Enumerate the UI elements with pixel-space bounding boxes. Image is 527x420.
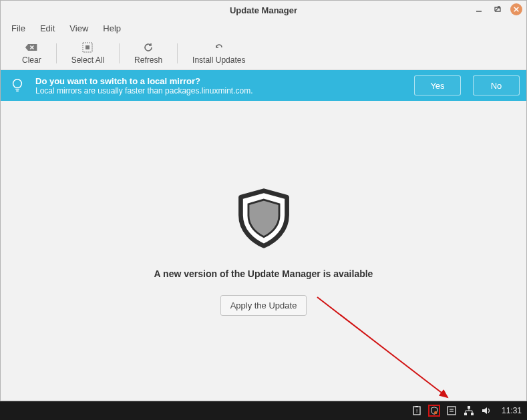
menu-help[interactable]: Help (96, 21, 128, 35)
tray-notifications-icon[interactable] (446, 405, 458, 417)
clear-icon (25, 41, 38, 53)
install-updates-button[interactable]: Install Updates (180, 40, 257, 66)
titlebar: Update Manager (1, 1, 526, 19)
svg-point-14 (434, 411, 437, 415)
svg-rect-12 (415, 406, 418, 407)
apply-update-button[interactable]: Apply the Update (220, 295, 307, 316)
minimize-button[interactable] (473, 3, 485, 15)
lightbulb-icon (7, 75, 27, 95)
clear-label: Clear (22, 55, 41, 65)
window-controls (473, 3, 522, 15)
update-message: A new version of the Update Manager is a… (154, 268, 373, 279)
svg-rect-19 (464, 413, 467, 415)
content-area: A new version of the Update Manager is a… (1, 101, 526, 401)
toolbar-separator (177, 43, 178, 63)
svg-text:!: ! (416, 408, 417, 414)
select-all-button[interactable]: Select All (59, 40, 116, 66)
select-all-label: Select All (71, 55, 104, 65)
menu-edit[interactable]: Edit (33, 21, 61, 35)
tray-network-icon[interactable] (463, 405, 475, 417)
refresh-label: Refresh (134, 55, 162, 65)
menu-file[interactable]: File (5, 21, 32, 35)
tray-clipboard-icon[interactable]: ! (411, 405, 423, 417)
window-title: Update Manager (230, 5, 297, 15)
install-label: Install Updates (192, 55, 245, 65)
banner-text: Do you want to switch to a local mirror?… (35, 76, 402, 95)
clear-button[interactable]: Clear (10, 40, 53, 66)
banner-no-button[interactable]: No (473, 75, 520, 95)
toolbar-separator (119, 43, 120, 63)
close-button[interactable] (510, 3, 522, 15)
select-all-icon (82, 41, 93, 53)
banner-yes-button[interactable]: Yes (414, 75, 461, 95)
update-manager-window: Update Manager File Edit View Help Clear (0, 0, 527, 401)
maximize-button[interactable] (492, 3, 504, 15)
svg-rect-7 (85, 45, 90, 49)
tray-volume-icon[interactable] (480, 405, 492, 417)
menubar: File Edit View Help (1, 19, 526, 37)
banner-detail: Local mirrors are usually faster than pa… (35, 86, 402, 95)
system-tray: ! (411, 405, 492, 417)
shield-icon (232, 186, 296, 252)
menu-view[interactable]: View (63, 21, 95, 35)
taskbar: ! 11:31 (0, 401, 527, 420)
svg-rect-20 (471, 413, 474, 415)
banner-question: Do you want to switch to a local mirror? (35, 76, 402, 86)
taskbar-clock[interactable]: 11:31 (502, 406, 522, 415)
toolbar: Clear Select All Refresh Install Updates (1, 37, 526, 70)
toolbar-separator (56, 43, 57, 63)
refresh-icon (143, 41, 154, 53)
tray-update-manager-icon[interactable] (428, 405, 440, 417)
mirror-banner: Do you want to switch to a local mirror?… (1, 70, 526, 101)
refresh-button[interactable]: Refresh (122, 40, 174, 66)
svg-rect-18 (468, 406, 470, 409)
install-icon (214, 41, 224, 53)
svg-rect-15 (448, 407, 456, 415)
